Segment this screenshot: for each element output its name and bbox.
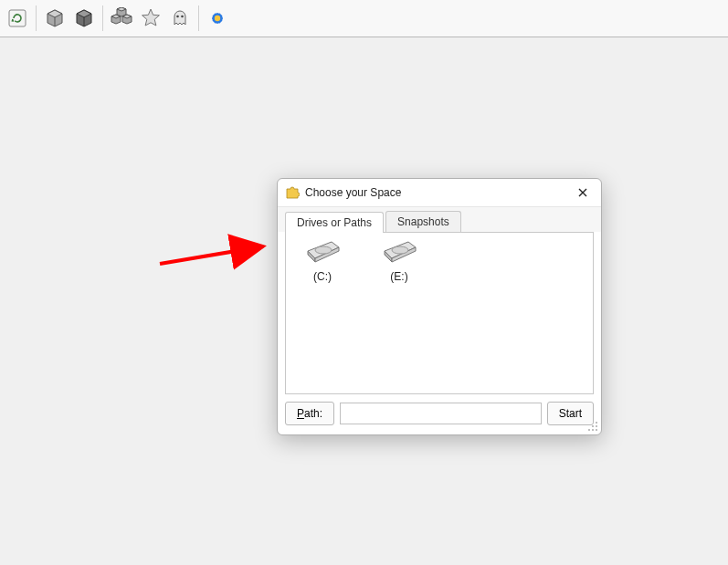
path-button[interactable]: Path:: [285, 402, 334, 425]
drive-label: (C:): [293, 270, 352, 283]
toolbar-separator: [36, 5, 37, 31]
tab-snapshots[interactable]: Snapshots: [385, 211, 461, 232]
hard-drive-icon: [304, 240, 341, 264]
cubes-button[interactable]: [108, 5, 135, 32]
svg-point-11: [315, 246, 332, 254]
toolbar-separator: [198, 5, 199, 31]
annotation-arrow: [155, 232, 274, 277]
svg-point-9: [215, 16, 220, 21]
close-button[interactable]: [570, 183, 596, 203]
ghost-button[interactable]: [166, 5, 194, 32]
path-button-rest: ath:: [304, 407, 322, 420]
cube-button[interactable]: [41, 5, 69, 32]
svg-point-16: [588, 429, 590, 431]
star-icon: [140, 7, 162, 29]
dialog-title: Choose your Space: [305, 186, 570, 199]
flower-button[interactable]: [204, 5, 231, 32]
path-input[interactable]: [340, 403, 542, 424]
resize-grip-icon[interactable]: [586, 420, 599, 433]
svg-point-14: [592, 425, 594, 427]
svg-rect-0: [9, 10, 26, 26]
cube-icon: [44, 7, 66, 29]
dialog-bottom-row: Path: Start: [278, 402, 601, 434]
hard-drive-icon: [381, 240, 417, 264]
close-icon: [577, 187, 588, 198]
refresh-icon: [7, 8, 27, 28]
drive-item-c[interactable]: (C:): [293, 240, 352, 386]
choose-space-dialog: Choose your Space Drives or Paths Snapsh…: [277, 178, 602, 435]
drive-label: (E:): [370, 270, 428, 283]
svg-point-1: [176, 16, 179, 18]
svg-line-10: [160, 246, 263, 264]
drives-list: (C:) (E:): [285, 232, 594, 394]
dialog-titlebar: Choose your Space: [278, 179, 601, 207]
cubes-icon: [110, 7, 133, 29]
svg-point-15: [596, 425, 597, 427]
svg-point-2: [181, 16, 184, 18]
toolbar-separator: [102, 5, 103, 31]
svg-point-17: [592, 429, 594, 431]
star-button[interactable]: [137, 5, 164, 32]
ghost-icon: [169, 7, 191, 29]
svg-point-12: [392, 246, 408, 254]
cube-dark-icon: [73, 7, 95, 29]
refresh-button[interactable]: [4, 5, 31, 32]
cube-dark-button[interactable]: [70, 5, 98, 32]
main-toolbar: [0, 0, 728, 37]
dialog-tabs: Drives or Paths Snapshots: [278, 207, 601, 232]
svg-point-13: [596, 422, 597, 424]
drive-item-e[interactable]: (E:): [370, 240, 428, 386]
puzzle-icon: [285, 185, 300, 200]
svg-point-18: [596, 429, 597, 431]
tab-drives[interactable]: Drives or Paths: [285, 212, 384, 233]
flower-icon: [206, 7, 228, 29]
